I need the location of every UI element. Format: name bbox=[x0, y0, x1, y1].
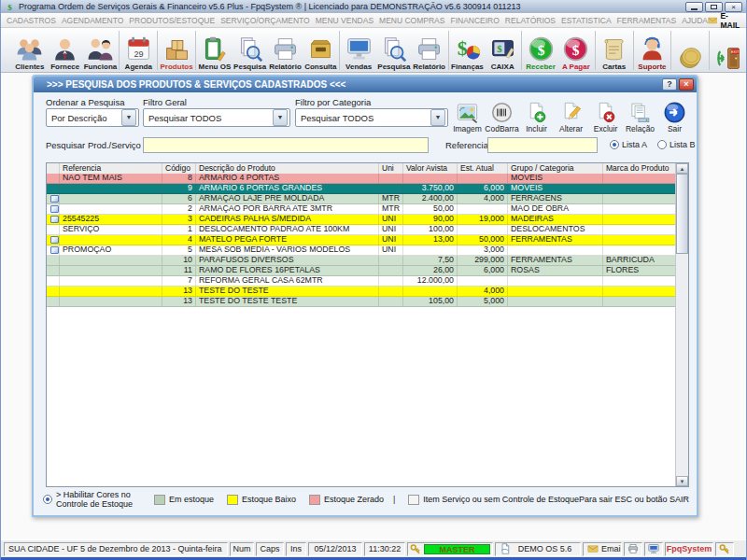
column-header-marca-do-produto[interactable]: Marca do Produto bbox=[603, 163, 676, 174]
table-row-armario-4-portas[interactable]: NAO TEM MAIS8ARMARIO 4 PORTASMOVEIS bbox=[47, 174, 676, 184]
codbarra-button[interactable]: CodBarra bbox=[485, 91, 519, 134]
toolbar-button-agenda[interactable]: 29Agenda bbox=[120, 29, 156, 72]
toolbar-button-fornece[interactable]: Fornece bbox=[48, 29, 83, 72]
clients-people-icon bbox=[15, 35, 44, 63]
reference-input[interactable] bbox=[487, 137, 598, 153]
alterar-button[interactable]: Alterar bbox=[554, 91, 588, 134]
toolbar-button-relatorio[interactable]: Relatório bbox=[268, 29, 303, 72]
column-header-referencia[interactable]: Referencia bbox=[60, 163, 162, 174]
category-filter-select[interactable]: Pesquisar TODOS ▼ bbox=[295, 108, 448, 127]
scroll-down-icon[interactable]: ▼ bbox=[676, 476, 688, 486]
menu-item-menu-compras[interactable]: MENU COMPRAS bbox=[379, 16, 444, 25]
toolbar-button-financas[interactable]: $Finanças bbox=[450, 29, 486, 72]
cell-uni: UNI bbox=[379, 245, 403, 255]
toolbar-button-funciona[interactable]: Funciona bbox=[83, 29, 119, 72]
excluir-button[interactable]: Excluir bbox=[588, 91, 623, 134]
general-filter-select[interactable]: Pesquisar TODOS ▼ bbox=[143, 108, 290, 127]
enable-colors-toggle[interactable]: > Habilitar Cores no Controle de Estoque bbox=[43, 490, 141, 509]
exit-hint: Para sair ESC ou botão SAIR bbox=[579, 495, 689, 504]
incluir-button[interactable]: Incluir bbox=[519, 91, 554, 134]
toolbar-button-pesquisa[interactable]: Pesquisa bbox=[376, 29, 412, 72]
minimize-button[interactable] bbox=[685, 2, 703, 12]
table-row-matelo-pega-forte[interactable]: 4MATELO PEGA FORTEUNI13,0050,000FERRAMEN… bbox=[47, 235, 676, 245]
menu-item-ajuda[interactable]: AJUDA bbox=[682, 16, 708, 25]
cash-book-icon: $ bbox=[488, 35, 517, 63]
status-computer-button[interactable] bbox=[644, 542, 663, 556]
status-email-button[interactable]: Email bbox=[583, 542, 622, 556]
status-printer-button[interactable] bbox=[624, 542, 642, 556]
svg-text:29: 29 bbox=[134, 49, 143, 58]
toolbar-button-a-pagar[interactable]: $A Pagar bbox=[558, 29, 594, 72]
scroll-up-icon[interactable]: ▲ bbox=[676, 163, 688, 174]
sair-button[interactable]: Sair bbox=[657, 91, 692, 134]
menu-item-ferramentas[interactable]: FERRAMENTAS bbox=[617, 16, 677, 25]
table-row-armario-6-portas-grandes[interactable]: 9ARMARIO 6 PORTAS GRANDES3.750,006,000MO… bbox=[47, 184, 676, 194]
menu-item-menu-vendas[interactable]: MENU VENDAS bbox=[316, 16, 374, 25]
list-a-radio[interactable]: Lista A bbox=[610, 140, 647, 149]
cell-marca-do-produto: FLORES bbox=[603, 266, 676, 275]
table-row-armacao-por-barra-ate-3mtr[interactable]: 2ARMAÇÃO POR BARRA ATE 3MTRMTR50,00MÃO D… bbox=[47, 204, 676, 215]
imagem-button[interactable]: Imagem bbox=[450, 91, 485, 134]
toolbar-button-pesquisa[interactable]: Pesquisa bbox=[233, 29, 268, 72]
cell-codigo: 13 bbox=[162, 297, 196, 306]
table-row-parafusos-diversos[interactable]: 10PARAFUSOS DIVERSOS7,50299,000FERRAMENT… bbox=[47, 256, 676, 266]
toolbar-button-consulta[interactable]: Consulta bbox=[303, 29, 338, 72]
table-row-teste-do-teste[interactable]: 13TESTE DO TESTE4,000 bbox=[47, 287, 676, 297]
toolbar-label: Fornece bbox=[50, 63, 79, 72]
menu-item-relatorios[interactable]: RELATÓRIOS bbox=[505, 16, 556, 25]
product-search-input[interactable] bbox=[143, 137, 429, 153]
menu-item-email[interactable]: E-MAIL bbox=[708, 11, 742, 30]
toolbar-button-vendas[interactable]: Vendas bbox=[341, 29, 376, 72]
menu-item-servico-orcamento[interactable]: SERVIÇO/ORÇAMENTO bbox=[220, 16, 310, 25]
relacao-button[interactable]: Relação bbox=[623, 91, 657, 134]
column-header-uni[interactable]: Uni bbox=[379, 163, 403, 174]
toolbar-button-cartas[interactable]: Cartas bbox=[597, 29, 632, 72]
table-row-teste-do-teste-teste[interactable]: 13TESTE DO TESTE TESTE105,005,000 bbox=[47, 297, 676, 307]
order-filter-select[interactable]: Por Descrição ▼ bbox=[46, 108, 139, 127]
cell-est-atual bbox=[458, 174, 508, 183]
toolbar-separator bbox=[633, 31, 634, 70]
column-header-grupo-categoria[interactable]: Grupo / Categoria bbox=[508, 163, 603, 174]
toolbar-button-receber[interactable]: $Receber bbox=[523, 29, 558, 72]
table-row-cadeiras-palha-s-medida[interactable]: 255452253CADEIRAS PALHA S/MEDIDAUNI90,00… bbox=[47, 215, 676, 225]
toolbar-button-coin-icon[interactable] bbox=[672, 29, 708, 72]
column-header-valor-avista[interactable]: Valor Avista bbox=[403, 163, 458, 174]
toolbar-button-menu-os[interactable]: Menu OS bbox=[197, 29, 233, 72]
toolbar-button-relatorio[interactable]: Relatório bbox=[412, 29, 447, 72]
cell-est-atual: 6,000 bbox=[458, 266, 508, 275]
table-scrollbar[interactable]: ▲ ▼ bbox=[675, 163, 688, 486]
toolbar-button-produtos[interactable]: Produtos bbox=[159, 29, 194, 72]
table-row-mesa-sob-media-varios-modelos[interactable]: PROMOÇÃO5MESA SOB MEDIA - VARIOS MODELOS… bbox=[47, 245, 676, 256]
cell-valor-avista: 2.400,00 bbox=[403, 194, 458, 203]
menu-item-financeiro[interactable]: FINANCEIRO bbox=[450, 16, 499, 25]
column-header-image[interactable] bbox=[47, 163, 60, 174]
toolbar-button-suporte[interactable]: Suporte bbox=[635, 29, 670, 72]
column-header-codigo[interactable]: Código bbox=[162, 163, 196, 174]
cell-descricao-do-produto: MATELO PEGA FORTE bbox=[196, 235, 379, 245]
menu-item-estatistica[interactable]: ESTATISTICA bbox=[561, 16, 612, 25]
legend-item-item-servico-ou-sem-controle-de-estoque: Item Serviço ou sem Controle de Estoque bbox=[408, 495, 579, 505]
toolbar-button-exit-door-icon[interactable]: EXIT bbox=[711, 29, 746, 72]
product-image-icon bbox=[50, 246, 59, 254]
help-button[interactable]: ? bbox=[662, 78, 677, 91]
table-row-ramo-de-flores-16petalas[interactable]: 11RAMO DE FLORES 16PETALAS26,006,000ROSA… bbox=[47, 266, 676, 276]
status-user-segment: MASTER bbox=[407, 542, 493, 556]
toolbar-button-caixa[interactable]: $CAIXA bbox=[485, 29, 520, 72]
menu-item-produtos-estoque[interactable]: PRODUTOS/ESTOQUE bbox=[129, 16, 215, 25]
menu-item-agendamento[interactable]: AGENDAMENTO bbox=[62, 16, 123, 25]
table-row-armacao-laje-pre-moldada[interactable]: 6ARMAÇÃO LAJE PRE MOLDADAMTR2.400,004,00… bbox=[47, 194, 676, 204]
cell-image bbox=[47, 245, 60, 255]
search-window-close-button[interactable]: × bbox=[679, 78, 694, 91]
supplier-person-icon bbox=[50, 35, 79, 63]
menu-item-cadastros[interactable]: CADASTROS bbox=[7, 16, 56, 25]
toolbar-button-clientes[interactable]: Clientes bbox=[12, 29, 48, 72]
column-header-descricao-do-produto[interactable]: Descrição do Produto bbox=[196, 163, 379, 174]
table-row-reforma-geral-casa-62mtr[interactable]: 7REFORMA GERAL CASA 62MTR12.000,00 bbox=[47, 276, 676, 287]
status-key-button[interactable] bbox=[715, 542, 734, 556]
column-header-est-atual[interactable]: Est. Atual bbox=[458, 163, 508, 174]
list-b-radio[interactable]: Lista B bbox=[657, 140, 696, 149]
table-row-deslocamento-padrao-ate-100km[interactable]: SERVIÇO1DESLOCAMENTO PADRAO ATE 100KMUNI… bbox=[47, 225, 676, 235]
cell-referencia: NAO TEM MAIS bbox=[60, 174, 162, 183]
scrollbar-thumb[interactable] bbox=[676, 174, 688, 254]
cell-uni: UNI bbox=[379, 235, 403, 245]
